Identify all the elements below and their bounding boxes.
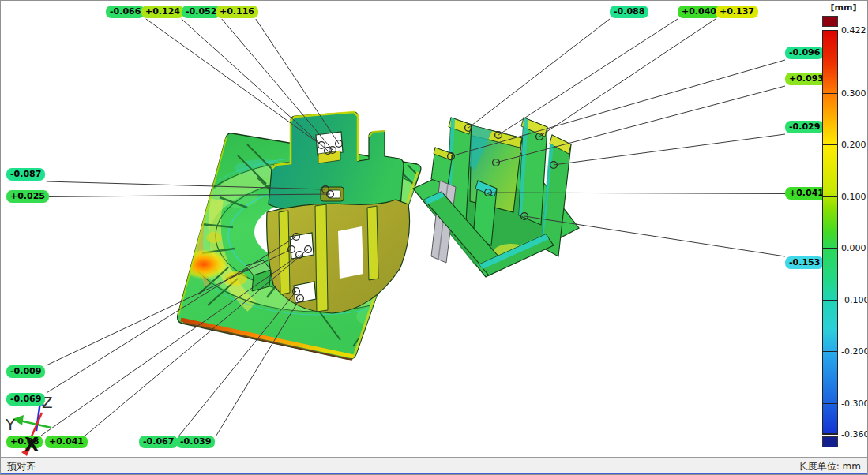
colorbar-tick [822, 351, 838, 352]
leader-line [554, 134, 785, 165]
length-unit-status: 长度单位: mm [798, 460, 861, 473]
deviation-label[interactable]: -0.067 [139, 436, 178, 448]
leader-line [182, 19, 328, 151]
colorbar-tick-label: 0.300 [841, 88, 868, 99]
colorbar-tick-label: -0.100 [841, 295, 868, 305]
deviation-label[interactable]: -0.069 [6, 393, 45, 406]
colorbar-tick-label: -0.360 [841, 429, 868, 439]
colorbar-unit-title: [mm] [821, 2, 866, 13]
deviation-label[interactable]: -0.088 [610, 6, 648, 18]
deviation-label[interactable]: +0.040 [678, 6, 720, 18]
colorbar-tick-label: 0.100 [841, 192, 868, 202]
colorbar-tick [822, 196, 838, 197]
colorbar-tick-label: 0.422 [841, 25, 868, 36]
colorbar-tick [822, 30, 838, 31]
deviation-label[interactable]: +0.116 [216, 6, 258, 18]
colorbar-tick-label: 0.200 [841, 140, 868, 150]
leader-line [468, 19, 610, 128]
deviation-label[interactable]: -0.009 [6, 365, 45, 378]
status-bar: 预对齐 长度单位: mm [1, 457, 868, 473]
colorbar-tick [822, 300, 838, 301]
leader-line [498, 19, 678, 135]
colorbar-tick-label: -0.300 [841, 398, 868, 409]
application-window: Z Y -0.066+0.124-0.052+0.116-0.088+0.040… [0, 0, 868, 475]
scene-svg: Z Y [1, 1, 868, 457]
colorbar-overflow-top [822, 16, 838, 27]
leader-lines-layer [41, 19, 785, 436]
deviation-label[interactable]: +0.124 [141, 6, 184, 18]
x-axis-label: X [24, 434, 39, 454]
leader-line [146, 19, 321, 145]
bracket-section [413, 118, 579, 277]
colorbar-tick [822, 248, 838, 249]
colorbar-tick [822, 93, 838, 94]
deviation-label[interactable]: -0.039 [176, 436, 215, 448]
leader-line [222, 19, 333, 150]
deviation-label[interactable]: +0.025 [6, 190, 49, 203]
colorbar-gradient[interactable] [822, 30, 838, 434]
colorbar-tick-label: 0.000 [841, 243, 868, 253]
deviation-label[interactable]: -0.153 [785, 256, 824, 269]
deviation-label[interactable]: -0.029 [785, 121, 824, 133]
deviation-label[interactable]: -0.096 [785, 47, 824, 59]
leader-line [41, 255, 299, 436]
y-axis-label: Y [5, 415, 16, 434]
deviation-label[interactable]: +0.093 [785, 73, 828, 85]
leader-line [539, 19, 716, 137]
viewport-3d[interactable]: Z Y -0.066+0.124-0.052+0.116-0.088+0.040… [1, 1, 868, 457]
deviation-label[interactable]: +0.137 [716, 6, 758, 18]
colorbar-overflow-bottom [822, 436, 838, 447]
colorbar-tick [822, 144, 838, 145]
deviation-label[interactable]: -0.066 [106, 6, 145, 18]
leader-line [451, 60, 785, 156]
deviation-label[interactable]: +0.041 [45, 436, 88, 448]
deviation-label[interactable]: +0.041 [785, 187, 828, 200]
deviation-label[interactable]: -0.052 [182, 6, 220, 18]
colorbar-tick [822, 434, 838, 435]
deviation-label[interactable]: -0.087 [6, 168, 45, 181]
alignment-status: 预对齐 [7, 460, 36, 473]
colorbar-tick [822, 403, 838, 404]
colorbar-tick-label: -0.200 [841, 346, 868, 357]
